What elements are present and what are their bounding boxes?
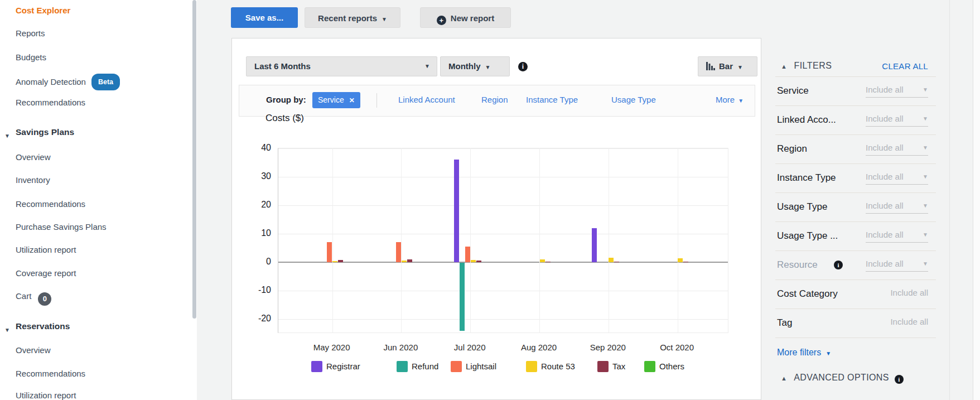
sidebar-item-res-recommendations[interactable]: Recommendations [0, 367, 85, 380]
bar-tax-jun-2020[interactable] [407, 259, 412, 262]
clear-all-link[interactable]: CLEAR ALL [882, 61, 928, 71]
gridline [609, 148, 609, 332]
chevron-down-icon: ▼ [923, 203, 928, 209]
sidebar-item-label: Cart [16, 291, 31, 301]
advanced-options-header[interactable]: ▲ADVANCED OPTIONSi [775, 373, 936, 384]
filter-row-region: Region Include all▼ [775, 135, 936, 164]
filter-value-tag[interactable]: Include all [866, 317, 928, 329]
close-icon[interactable]: ✕ [349, 97, 355, 104]
bar-tax-oct-2020[interactable] [683, 262, 688, 262]
sidebar-item-anomaly-detection[interactable]: Anomaly DetectionBeta [0, 74, 120, 87]
info-icon[interactable]: i [518, 62, 528, 71]
group-by-chip-service[interactable]: Service✕ [312, 92, 360, 108]
sidebar-item-sp-overview[interactable]: Overview [0, 151, 51, 164]
more-filters-link[interactable]: More filters▼ [775, 338, 936, 363]
filter-value: Include all [866, 143, 904, 152]
save-as-button[interactable]: Save as... [231, 7, 298, 28]
legend-item-lightsail[interactable]: Lightsail [451, 360, 496, 373]
sidebar-item-budgets[interactable]: Budgets [0, 51, 46, 64]
chart-type-dropdown[interactable]: Bar▼ [698, 56, 757, 76]
group-by-link-region[interactable]: Region [481, 95, 508, 104]
gridline [278, 234, 728, 234]
filter-value: Include all [866, 201, 904, 210]
divider [376, 93, 377, 108]
filter-value: Include all [890, 317, 928, 326]
filters-title-label: FILTERS [794, 61, 832, 70]
filter-dropdown-usage-type[interactable]: Include all▼ [866, 201, 928, 214]
legend-swatch [397, 361, 408, 372]
date-range-dropdown[interactable]: Last 6 Months▼ [246, 56, 437, 76]
filter-dropdown-usage-type-group[interactable]: Include all▼ [866, 230, 928, 243]
bar-lightsail-may-2020[interactable] [327, 242, 332, 262]
filter-value-cost-category[interactable]: Include all [866, 288, 928, 300]
bar-refund-jul-2020[interactable] [460, 263, 465, 331]
bar-lightsail-jul-2020[interactable] [465, 247, 470, 262]
group-by-link-usage-type[interactable]: Usage Type [611, 95, 656, 104]
gridline [539, 148, 540, 332]
y-tick-label: 20 [236, 200, 271, 210]
legend-item-refund[interactable]: Refund [397, 360, 438, 373]
sidebar-item-cart[interactable]: Cart0 [0, 290, 51, 303]
chevron-down-icon: ▼ [382, 16, 387, 22]
sidebar-section-savings-plans[interactable]: ▼Savings Plans [0, 126, 74, 139]
bar-route-53-oct-2020[interactable] [678, 258, 683, 262]
filter-dropdown-region[interactable]: Include all▼ [866, 143, 928, 156]
recent-reports-button[interactable]: Recent reports▼ [305, 7, 400, 28]
legend-item-tax[interactable]: Tax [597, 360, 625, 373]
info-icon[interactable]: i [834, 261, 843, 269]
page-scrollbar-track[interactable] [973, 0, 980, 400]
gridline [470, 148, 471, 332]
section-label: Reservations [16, 321, 70, 331]
legend-item-others[interactable]: Others [644, 360, 684, 373]
sidebar-item-recommendations[interactable]: Recommendations [0, 96, 85, 109]
bar-route-53-jul-2020[interactable] [471, 260, 476, 262]
legend-item-route-53[interactable]: Route 53 [526, 360, 575, 373]
filter-dropdown-linked-account[interactable]: Include all▼ [866, 114, 928, 127]
legend-label: Others [659, 362, 684, 371]
sidebar-item-cost-explorer[interactable]: Cost Explorer [0, 4, 70, 17]
bar-tax-sep-2020[interactable] [614, 262, 619, 262]
group-by-link-instance-type[interactable]: Instance Type [526, 95, 578, 104]
bar-tax-may-2020[interactable] [338, 260, 343, 262]
new-report-button[interactable]: +New report [420, 7, 511, 28]
sidebar-item-sp-recommendations[interactable]: Recommendations [0, 197, 85, 211]
gridline [278, 291, 728, 291]
sidebar-item-sp-utilization-report[interactable]: Utilization report [0, 243, 76, 257]
group-by-link-more[interactable]: More▼ [716, 95, 744, 104]
filters-collapse-header[interactable]: ▲FILTERS [781, 61, 832, 71]
x-tick-label: Jul 2020 [433, 343, 506, 352]
sidebar-item-reports[interactable]: Reports [0, 27, 45, 40]
group-by-link-linked-account[interactable]: Linked Account [398, 95, 455, 104]
chart-plot-area[interactable] [278, 148, 728, 333]
x-tick-label: Oct 2020 [641, 343, 713, 352]
chevron-down-icon: ▼ [737, 64, 743, 70]
legend-label: Refund [412, 362, 438, 371]
legend-item-registrar[interactable]: Registrar [311, 360, 360, 373]
info-icon[interactable]: i [895, 375, 904, 384]
sidebar-item-res-utilization-report[interactable]: Utilization report [0, 389, 76, 400]
bar-tax-jul-2020[interactable] [476, 261, 481, 262]
sidebar-section-reservations[interactable]: ▼Reservations [0, 320, 70, 333]
bar-route-53-jun-2020[interactable] [402, 261, 407, 262]
sidebar-scrollbar[interactable] [192, 0, 196, 319]
bar-route-53-may-2020[interactable] [332, 261, 337, 262]
filter-dropdown-service[interactable]: Include all▼ [866, 85, 928, 98]
sidebar-item-inventory[interactable]: Inventory [0, 174, 50, 187]
chart-legend: Registrar Refund Lightsail Route 53 Tax … [232, 360, 762, 374]
y-tick-label: -20 [236, 314, 271, 324]
bar-registrar-sep-2020[interactable] [592, 228, 597, 262]
x-tick-label: Sep 2020 [572, 343, 644, 352]
sidebar-item-res-overview[interactable]: Overview [0, 344, 51, 357]
filter-dropdown-instance-type[interactable]: Include all▼ [866, 172, 928, 185]
sidebar-item-coverage-report[interactable]: Coverage report [0, 267, 76, 280]
bar-tax-aug-2020[interactable] [545, 262, 551, 262]
granularity-dropdown[interactable]: Monthly▼ [440, 56, 510, 76]
bar-route-53-aug-2020[interactable] [540, 259, 545, 262]
filter-label-instance-type: Instance Type [777, 172, 836, 184]
bar-lightsail-jun-2020[interactable] [396, 242, 401, 262]
legend-label: Registrar [326, 362, 360, 371]
filter-dropdown-resource[interactable]: Include all▼ [866, 259, 928, 272]
bar-registrar-jul-2020[interactable] [454, 160, 459, 262]
bar-route-53-sep-2020[interactable] [609, 258, 614, 262]
sidebar-item-purchase-savings-plans[interactable]: Purchase Savings Plans [0, 220, 107, 234]
